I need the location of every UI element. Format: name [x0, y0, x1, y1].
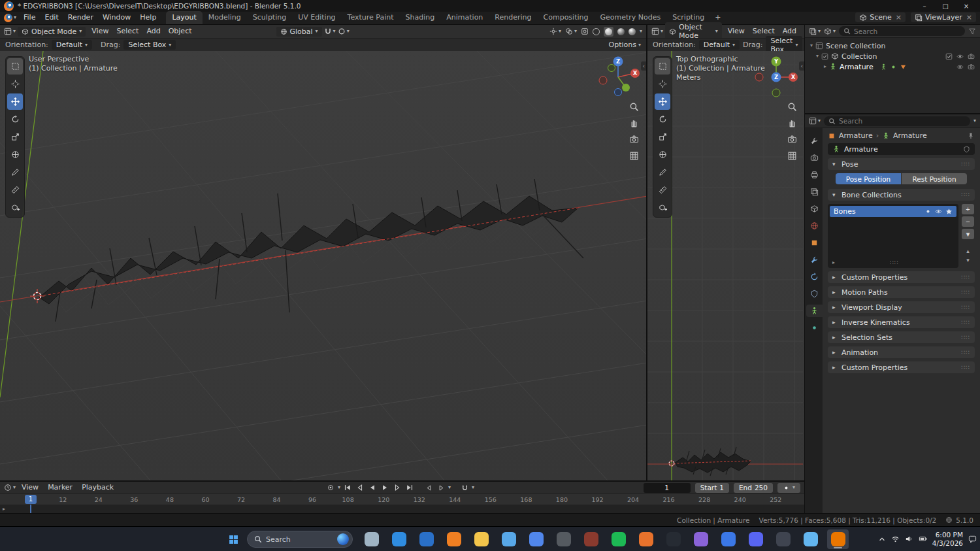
modifier-triangle-icon[interactable] [900, 63, 907, 71]
workspace-tab[interactable]: Texture Paint [342, 11, 400, 24]
bone-collections-section-header[interactable]: ▾ Bone Collections ∷∷ [828, 189, 975, 201]
tool-rotate[interactable] [655, 111, 670, 127]
taskbar-search-input[interactable] [266, 535, 333, 544]
close-button[interactable]: × [956, 1, 976, 11]
camera-view-icon[interactable] [787, 135, 797, 144]
display-mode-dropdown[interactable]: ▾ [824, 27, 836, 35]
pan-hand-icon[interactable] [629, 118, 639, 128]
tab-armature-data[interactable] [806, 305, 823, 317]
tab-material[interactable] [806, 322, 823, 334]
xray-toggle[interactable] [581, 27, 589, 35]
minimize-button[interactable]: – [915, 1, 934, 11]
shading-material-button[interactable] [617, 28, 625, 35]
tool-tweak-select[interactable] [655, 58, 670, 75]
tool-add-cube[interactable] [7, 199, 23, 216]
tool-scale[interactable] [655, 129, 670, 145]
timeline-ruler[interactable]: 1224364860728496108120132144156168180192… [0, 493, 804, 513]
play-reverse-button[interactable] [367, 483, 378, 493]
viewport-canvas[interactable]: User Perspective (1) Collection | Armatu… [0, 51, 646, 480]
shading-wireframe-button[interactable] [593, 28, 600, 35]
drag-grip[interactable]: ∷∷ [962, 289, 970, 295]
hide-eye-icon[interactable] [956, 53, 964, 60]
breadcrumb[interactable]: Armature › Armature [828, 131, 975, 140]
tool-cursor[interactable] [7, 76, 23, 92]
app-7zip[interactable] [553, 529, 574, 549]
jump-to-start-button[interactable] [342, 483, 353, 493]
app-obs[interactable] [772, 529, 794, 549]
tool-tweak-select[interactable] [7, 58, 23, 75]
show-gizmo-toggle[interactable]: ▾ [549, 27, 561, 35]
speaker-icon[interactable] [905, 535, 913, 543]
app-file-explorer[interactable] [470, 529, 492, 549]
wifi-icon[interactable] [891, 535, 900, 543]
visibility-eye-icon[interactable] [935, 208, 942, 215]
properties-section-header[interactable]: ▸ Selection Sets ∷∷ [828, 331, 975, 343]
tab-world[interactable] [806, 220, 823, 232]
zoom-icon[interactable] [787, 102, 797, 112]
orientation-dropdown[interactable]: Default▾ [52, 40, 92, 50]
options-dropdown[interactable]: ▾ [973, 118, 976, 124]
rest-position-button[interactable]: Rest Position [902, 173, 967, 184]
proportional-editing-toggle[interactable]: ▾ [338, 27, 350, 35]
taskbar-search[interactable] [247, 531, 353, 548]
shading-dropdown[interactable]: ▾ [640, 29, 642, 34]
workspace-tab[interactable]: Layout [166, 11, 202, 24]
filter-icon[interactable] [968, 27, 976, 35]
bone-collections-list[interactable]: Bones ▸ ∷∷ [828, 204, 958, 268]
menubar-item[interactable]: File [19, 11, 40, 24]
sync-dropdown[interactable]: ▾ [338, 485, 340, 490]
tool-transform[interactable] [655, 146, 670, 163]
current-frame-field[interactable]: 1 [644, 483, 691, 493]
maximize-button[interactable]: □ [936, 1, 955, 11]
start-frame-field[interactable]: Start1 [695, 483, 729, 493]
chevron-up-icon[interactable] [878, 535, 886, 543]
tool-rotate[interactable] [7, 111, 23, 127]
expand-icon[interactable]: ▸ [3, 507, 5, 512]
camera-view-icon[interactable] [629, 135, 639, 144]
keying-set-button[interactable] [459, 483, 470, 493]
tab-output[interactable] [806, 169, 823, 181]
drag-grip[interactable]: ∷∷ [962, 161, 970, 167]
titlebar[interactable]: * EDGYRIBBON3 [C:\Users\DiverseIT\Deskto… [0, 0, 980, 12]
drag-grip[interactable]: ∷∷ [962, 192, 970, 198]
viewport-menu-item[interactable]: Object [165, 25, 196, 38]
armature-data-icon[interactable] [880, 63, 887, 71]
playhead[interactable]: 1 [25, 495, 37, 513]
tab-render[interactable] [806, 152, 823, 164]
play-button[interactable] [380, 483, 390, 493]
editor-type-button[interactable]: ▾ [809, 27, 821, 35]
hide-eye-icon[interactable] [956, 63, 964, 71]
pose-position-button[interactable]: Pose Position [836, 173, 901, 184]
tab-physics[interactable] [806, 271, 823, 283]
toggle-ortho-icon[interactable] [787, 151, 797, 161]
drag-grip[interactable]: ∷∷ [962, 334, 970, 341]
outliner-row-collection[interactable]: ▾ Collection [807, 51, 978, 61]
shading-rendered-button[interactable] [629, 28, 636, 35]
battery-icon[interactable] [919, 535, 927, 543]
breadcrumb-object[interactable]: Armature [839, 131, 873, 140]
drag-grip[interactable]: ∷∷ [962, 274, 970, 280]
pan-hand-icon[interactable] [787, 118, 797, 128]
properties-section-header[interactable]: ▸ Viewport Display ∷∷ [828, 301, 975, 313]
app-outlook[interactable] [416, 529, 437, 549]
app-creative-cloud[interactable] [662, 529, 684, 549]
menubar-item[interactable]: Edit [40, 11, 63, 24]
outliner-search[interactable] [839, 26, 965, 36]
snap-toggle[interactable]: ▾ [324, 27, 336, 35]
app-spotify[interactable] [608, 529, 629, 549]
tab-modifiers[interactable] [806, 254, 823, 266]
zoom-icon[interactable] [629, 102, 639, 112]
properties-search-input[interactable] [839, 117, 966, 125]
viewport-menu-item[interactable]: Add [142, 25, 164, 38]
disable-render-icon[interactable] [968, 53, 975, 60]
tool-scale[interactable] [7, 129, 23, 145]
tab-object[interactable] [806, 237, 823, 249]
editor-type-button[interactable]: ▾ [651, 27, 663, 35]
end-frame-field[interactable]: End250 [734, 483, 773, 493]
pin-icon[interactable] [967, 132, 975, 140]
breadcrumb-data[interactable]: Armature [893, 131, 927, 140]
timeline-menu-item[interactable]: View [17, 481, 43, 494]
drag-dropdown[interactable]: Select Box▾ [123, 40, 176, 50]
viewport-canvas[interactable]: Top Orthographic (1) Collection | Armatu… [647, 51, 804, 480]
tool-transform[interactable] [7, 146, 23, 163]
